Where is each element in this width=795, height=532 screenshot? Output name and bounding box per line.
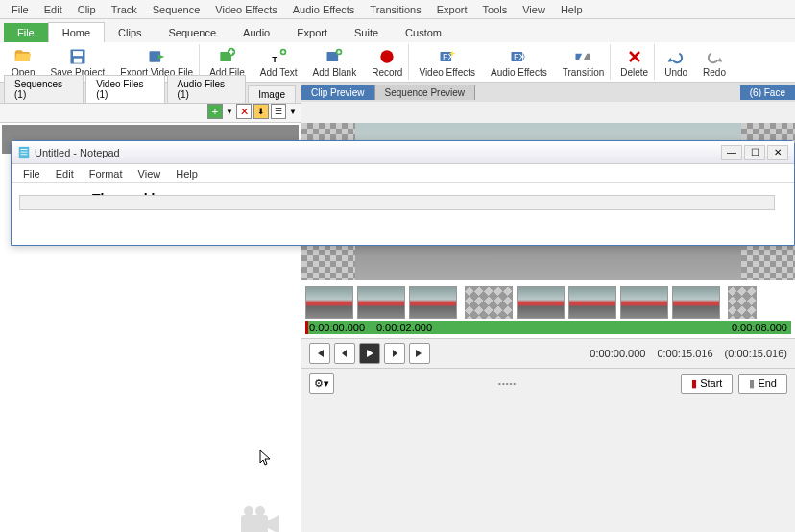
notepad-menu-edit[interactable]: Edit — [48, 166, 82, 181]
notepad-scrollbar[interactable] — [19, 195, 775, 210]
play-button[interactable] — [359, 343, 380, 364]
menu-audio-effects[interactable]: Audio Effects — [285, 2, 363, 17]
notepad-menu-format[interactable]: Format — [82, 166, 131, 181]
maximize-button[interactable]: ☐ — [744, 145, 765, 160]
clip-thumb[interactable] — [517, 286, 565, 319]
clip-time-2: 0:00:08.000 — [732, 322, 787, 333]
notepad-window[interactable]: Untitled - Notepad — ☐ ✕ File Edit Forma… — [11, 140, 795, 246]
dropdown2-icon-btn[interactable]: ▼ — [288, 104, 298, 119]
notepad-menu-file[interactable]: File — [15, 166, 48, 181]
file-panel-toolbar: + ▼ ✕ ⬇ ☰ ▼ — [0, 104, 301, 123]
insert-icon-btn[interactable]: ⬇ — [253, 104, 269, 119]
clip-playhead[interactable] — [305, 321, 308, 334]
redo-label: Redo — [703, 67, 726, 78]
playback-controls: 0:00:00.000 0:00:15.016 (0:00:15.016) — [301, 338, 795, 368]
minimize-button[interactable]: — — [721, 145, 742, 160]
save-icon — [68, 47, 87, 66]
clip-thumb[interactable] — [672, 286, 720, 319]
clip-timebar[interactable]: 0:00:00.000 0:00:02.000 0:00:08.000 — [305, 321, 791, 334]
ribbon-tab-sequence[interactable]: Sequence — [156, 23, 230, 42]
add-file-icon — [217, 47, 236, 66]
tab-sequences[interactable]: Sequences (1) — [4, 75, 84, 103]
audio-effects-button[interactable]: FX Audio Effects — [485, 44, 553, 80]
clip-thumb[interactable] — [568, 286, 616, 319]
notepad-text-area[interactable]: Thecrackbox.com — [12, 183, 794, 214]
resize-handle-dots[interactable]: ••••• — [498, 379, 517, 388]
end-label: End — [758, 377, 777, 389]
clip-thumb[interactable] — [357, 286, 405, 319]
ribbon-tab-home[interactable]: Home — [48, 22, 105, 42]
menu-file[interactable]: File — [4, 2, 36, 17]
menu-export[interactable]: Export — [429, 2, 475, 17]
mouse-cursor-icon — [259, 449, 273, 467]
transition-label: Transition — [563, 67, 605, 78]
menu-help[interactable]: Help — [553, 2, 590, 17]
record-button[interactable]: Record — [366, 44, 409, 80]
tab-video-files[interactable]: Video Files (1) — [85, 75, 164, 103]
export-icon — [147, 47, 166, 66]
tab-clip-preview[interactable]: Clip Preview — [301, 85, 375, 100]
menu-tools[interactable]: Tools — [475, 2, 516, 17]
record-label: Record — [372, 67, 402, 78]
delete-button[interactable]: Delete — [614, 44, 655, 80]
video-effects-button[interactable]: FX Video Effects — [413, 44, 481, 80]
ribbon-tab-audio[interactable]: Audio — [229, 23, 283, 42]
ribbon-tab-clips[interactable]: Clips — [105, 23, 155, 42]
undo-button[interactable]: Undo — [659, 44, 693, 80]
transition-icon — [573, 47, 592, 66]
redo-icon — [705, 47, 724, 66]
step-forward-button[interactable] — [384, 343, 405, 364]
tab-image[interactable]: Image — [248, 85, 296, 103]
clip-thumb[interactable] — [620, 286, 668, 319]
ribbon-tab-file[interactable]: File — [4, 23, 48, 42]
text-icon: T — [269, 47, 288, 66]
transition-button[interactable]: Transition — [557, 44, 612, 80]
step-back-button[interactable] — [334, 343, 355, 364]
dropdown-icon-btn[interactable]: ▼ — [225, 104, 234, 119]
add-text-button[interactable]: T Add Text — [254, 44, 303, 80]
remove-icon-btn[interactable]: ✕ — [236, 104, 252, 119]
ribbon-tab-export[interactable]: Export — [283, 23, 341, 42]
tab-audio-files[interactable]: Audio Files (1) — [167, 75, 247, 103]
svg-point-10 — [381, 50, 394, 62]
tab-sequence-preview[interactable]: Sequence Preview — [375, 85, 475, 100]
add-icon-btn[interactable]: + — [207, 104, 223, 119]
mark-start-button[interactable]: ▮Start — [681, 374, 733, 394]
clip-thumb[interactable] — [305, 286, 353, 319]
skip-start-button[interactable] — [309, 343, 330, 364]
skip-end-button[interactable] — [409, 343, 430, 364]
ribbon-tab-suite[interactable]: Suite — [341, 23, 392, 42]
close-button[interactable]: ✕ — [767, 145, 788, 160]
options-button[interactable]: ⚙▾ — [309, 373, 334, 394]
menu-clip[interactable]: Clip — [70, 2, 104, 17]
ribbon-tab-custom[interactable]: Custom — [392, 23, 455, 42]
menu-sequence[interactable]: Sequence — [145, 2, 208, 17]
menu-transitions[interactable]: Transitions — [362, 2, 428, 17]
add-blank-icon — [325, 47, 344, 66]
current-time: 0:00:00.000 — [590, 348, 645, 359]
clip-thumb[interactable] — [409, 286, 457, 319]
audio-fx-label: Audio Effects — [491, 67, 547, 78]
menu-track[interactable]: Track — [104, 2, 145, 17]
delete-icon — [625, 47, 644, 66]
app-menubar: File Edit Clip Track Sequence Video Effe… — [0, 0, 795, 19]
end-time: 0:00:15.016 — [657, 348, 712, 359]
add-blank-label: Add Blank — [313, 67, 357, 78]
mark-end-button[interactable]: ▮End — [738, 374, 787, 394]
preview-tabs: Clip Preview Sequence Preview (6) Face — [301, 83, 795, 102]
add-blank-button[interactable]: Add Blank — [307, 44, 363, 80]
clip-time-1: 0:00:02.000 — [376, 322, 432, 333]
list-view-icon-btn[interactable]: ☰ — [271, 104, 286, 119]
menu-video-effects[interactable]: Video Effects — [207, 2, 284, 17]
menu-edit[interactable]: Edit — [36, 2, 70, 17]
notepad-menu-help[interactable]: Help — [168, 166, 205, 181]
menu-view[interactable]: View — [515, 2, 553, 17]
notepad-menu-view[interactable]: View — [131, 166, 169, 181]
notepad-titlebar[interactable]: Untitled - Notepad — ☐ ✕ — [12, 141, 794, 164]
clip-time-0: 0:00:00.000 — [309, 322, 365, 333]
file-tabs: Sequences (1) Video Files (1) Audio File… — [0, 83, 301, 104]
redo-button[interactable]: Redo — [697, 44, 732, 80]
video-fx-label: Video Effects — [419, 67, 475, 78]
svg-point-16 — [244, 506, 253, 516]
duration: (0:00:15.016) — [725, 348, 787, 359]
